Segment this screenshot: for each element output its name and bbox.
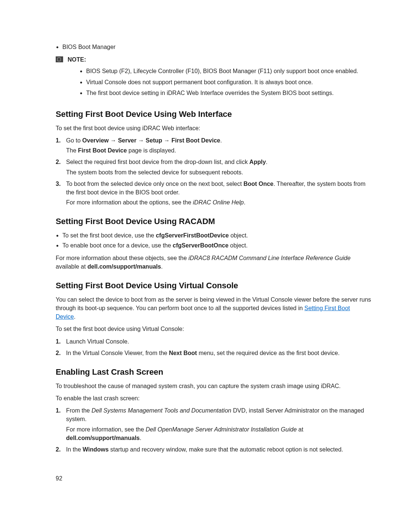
ui-boot-once: Boot Once	[244, 181, 274, 187]
paragraph: You can select the device to boot from a…	[56, 295, 371, 321]
text: startup and recovery window, make sure t…	[109, 446, 343, 453]
text: For more information about the options, …	[66, 199, 193, 206]
step-detail: For more information, see the Dell OpenM…	[66, 425, 371, 442]
note-item-text: Virtual Console does not support permane…	[86, 79, 313, 85]
text: .	[74, 313, 75, 320]
step: Select the required first boot device fr…	[56, 158, 371, 176]
step: From the Dell Systems Management Tools a…	[56, 406, 371, 442]
text: page is displayed.	[127, 147, 176, 154]
paragraph: To set the first boot device using Virtu…	[56, 325, 371, 333]
text: For more information about these objects…	[56, 255, 189, 261]
page-content: BIOS Boot Manager NOTE: BIOS Setup (F2),…	[0, 0, 401, 505]
text: .	[220, 137, 222, 144]
note-label: NOTE:	[68, 55, 371, 64]
racadm-list: To set the first boot device, use the cf…	[56, 231, 371, 250]
page-name: First Boot Device	[78, 147, 127, 154]
note-body: NOTE: BIOS Setup (F2), Lifecycle Control…	[68, 56, 371, 99]
list-item: To enable boot once for a device, use th…	[62, 241, 371, 250]
text: Go to	[66, 137, 82, 144]
doc-ref: Dell OpenManage Server Administrator Ins…	[146, 426, 297, 433]
text: object.	[228, 242, 248, 249]
nav-path: Overview → Server → Setup → First Boot D…	[82, 137, 221, 144]
step-detail: The system boots from the selected devic…	[66, 168, 371, 177]
text: Select the required first boot device fr…	[66, 159, 250, 165]
text: .	[161, 263, 163, 270]
paragraph: To troubleshoot the cause of managed sys…	[56, 382, 371, 390]
text: For more information, see the	[66, 426, 146, 433]
doc-ref: Dell Systems Management Tools and Docume…	[91, 407, 231, 414]
heading-web-interface: Setting First Boot Device Using Web Inte…	[56, 108, 371, 120]
text: To enable boot once for a device, use th…	[62, 242, 173, 249]
text: at	[297, 426, 303, 433]
bullet-text: BIOS Boot Manager	[62, 44, 115, 50]
heading-last-crash: Enabling Last Crash Screen	[56, 366, 371, 378]
page-number: 92	[56, 474, 371, 483]
heading-virtual-console: Setting First Boot Device Using Virtual …	[56, 280, 371, 292]
doc-ref: iDRAC8 RACADM Command Line Interface Ref…	[189, 255, 351, 261]
text: The	[66, 147, 78, 154]
step-detail: For more information about the options, …	[66, 198, 371, 207]
paragraph: To set the first boot device using iDRAC…	[56, 124, 371, 132]
heading-racadm: Setting First Boot Device Using RACADM	[56, 216, 371, 227]
object-name: cfgServerBootOnce	[173, 242, 228, 249]
note-list: BIOS Setup (F2), Lifecycle Controller (F…	[68, 67, 371, 97]
list-item: BIOS Boot Manager	[62, 43, 371, 51]
text: To boot from the selected device only on…	[66, 181, 244, 187]
list-item: To set the first boot device, use the cf…	[62, 231, 371, 240]
paragraph: For more information about these objects…	[56, 254, 371, 271]
step-detail: The First Boot Device page is displayed.	[66, 146, 371, 155]
text: object.	[229, 232, 248, 239]
ui-apply: Apply	[250, 159, 266, 165]
step: To boot from the selected device only on…	[56, 180, 371, 207]
text: menu, set the required device as the fir…	[197, 350, 339, 356]
step: In the Windows startup and recovery wind…	[56, 445, 371, 454]
note-block: NOTE: BIOS Setup (F2), Lifecycle Control…	[56, 56, 371, 99]
text: In the	[66, 446, 82, 453]
list-item: Virtual Console does not support permane…	[86, 78, 371, 86]
steps-web: Go to Overview → Server → Setup → First …	[56, 136, 371, 207]
list-item: The first boot device setting in iDRAC W…	[86, 89, 371, 97]
text: .	[266, 159, 267, 165]
text: .	[244, 199, 245, 206]
note-item-text: BIOS Setup (F2), Lifecycle Controller (F…	[86, 68, 358, 74]
text: available at	[56, 263, 87, 270]
text: From the	[66, 407, 91, 414]
top-bullet-list: BIOS Boot Manager	[56, 43, 371, 51]
url: dell.com/support/manuals	[87, 263, 161, 270]
text: To set the first boot device, use the	[62, 232, 156, 239]
ui-next-boot: Next Boot	[169, 350, 197, 356]
list-item: BIOS Setup (F2), Lifecycle Controller (F…	[86, 67, 371, 75]
note-icon	[56, 56, 63, 62]
object-name: cfgServerFirstBootDevice	[156, 232, 229, 239]
text: .	[140, 435, 141, 441]
text: Launch Virtual Console.	[66, 338, 129, 345]
text: In the Virtual Console Viewer, from the	[66, 350, 169, 356]
step: Go to Overview → Server → Setup → First …	[56, 136, 371, 155]
ui-windows: Windows	[82, 446, 108, 453]
step: Launch Virtual Console.	[56, 337, 371, 346]
steps-virtual-console: Launch Virtual Console. In the Virtual C…	[56, 337, 371, 357]
steps-last-crash: From the Dell Systems Management Tools a…	[56, 406, 371, 454]
paragraph: To enable the last crash screen:	[56, 394, 371, 403]
note-item-text: The first boot device setting in iDRAC W…	[86, 90, 334, 96]
doc-ref: iDRAC Online Help	[193, 199, 244, 206]
step: In the Virtual Console Viewer, from the …	[56, 349, 371, 357]
url: dell.com/support/manuals	[66, 435, 140, 441]
